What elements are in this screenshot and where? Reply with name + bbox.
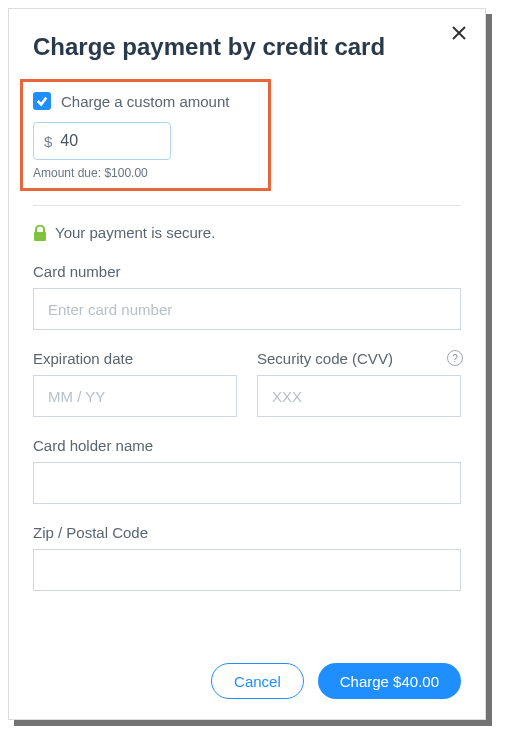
card-number-input[interactable]: [33, 288, 461, 330]
modal-footer: Cancel Charge $40.00: [211, 663, 461, 699]
custom-amount-row: Charge a custom amount: [33, 92, 258, 110]
amount-input[interactable]: [60, 132, 160, 150]
card-holder-input[interactable]: [33, 462, 461, 504]
cvv-label: Security code (CVV): [257, 350, 461, 367]
currency-prefix: $: [44, 133, 52, 150]
expiration-label: Expiration date: [33, 350, 237, 367]
card-number-label: Card number: [33, 263, 461, 280]
checkmark-icon: [36, 95, 48, 107]
secure-text: Your payment is secure.: [55, 224, 215, 241]
amount-due-text: Amount due: $100.00: [33, 166, 258, 180]
cvv-input[interactable]: [257, 375, 461, 417]
custom-amount-checkbox[interactable]: [33, 92, 51, 110]
section-divider: [33, 205, 461, 206]
cancel-button[interactable]: Cancel: [211, 663, 304, 699]
expiration-group: Expiration date: [33, 350, 237, 417]
close-icon: [451, 25, 467, 41]
cvv-group: Security code (CVV) ?: [257, 350, 461, 417]
custom-amount-label: Charge a custom amount: [61, 93, 229, 110]
zip-label: Zip / Postal Code: [33, 524, 461, 541]
payment-modal: Charge payment by credit card Charge a c…: [8, 8, 486, 720]
card-holder-label: Card holder name: [33, 437, 461, 454]
custom-amount-highlight: Charge a custom amount $ Amount due: $10…: [20, 79, 271, 191]
card-holder-group: Card holder name: [33, 437, 461, 504]
lock-icon: [33, 225, 47, 241]
card-number-group: Card number: [33, 263, 461, 330]
modal-title: Charge payment by credit card: [33, 33, 461, 61]
zip-group: Zip / Postal Code: [33, 524, 461, 591]
svg-rect-2: [34, 232, 46, 241]
zip-input[interactable]: [33, 549, 461, 591]
amount-input-container[interactable]: $: [33, 122, 171, 160]
expiry-cvv-row: Expiration date Security code (CVV) ?: [33, 350, 461, 417]
cvv-help-icon[interactable]: ?: [447, 350, 463, 366]
charge-button[interactable]: Charge $40.00: [318, 663, 461, 699]
close-button[interactable]: [449, 23, 469, 43]
expiration-input[interactable]: [33, 375, 237, 417]
secure-row: Your payment is secure.: [33, 224, 461, 241]
